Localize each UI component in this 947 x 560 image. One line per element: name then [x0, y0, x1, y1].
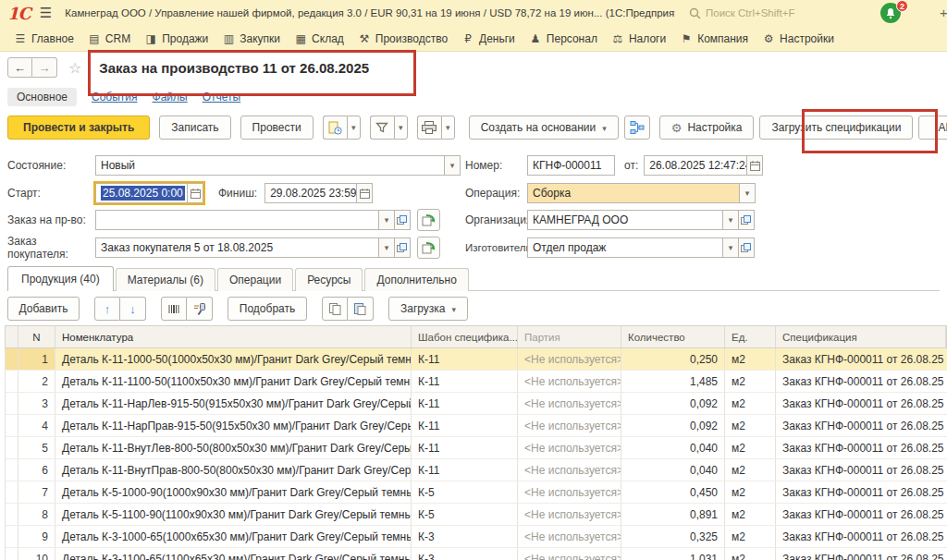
cell-ed[interactable]: м2 [725, 415, 776, 436]
production-order-combo[interactable] [95, 210, 411, 230]
move-down-icon[interactable] [120, 297, 146, 321]
cell-ed[interactable]: м2 [725, 504, 776, 525]
column-header-nomenklatura[interactable]: Номенклатура [55, 326, 412, 347]
cell-spetsifikatsiya[interactable]: Заказ КГНФ-000011 от 26.08.25 | Дет [776, 348, 947, 370]
save-button[interactable]: Записать [159, 116, 230, 140]
dropdown-arrow-icon[interactable] [723, 210, 739, 230]
start-date-field[interactable]: 25.08.2025 0:00 [95, 183, 203, 203]
tab-produktsiya[interactable]: Продукция (40) [7, 266, 114, 291]
cell-partiya[interactable]: <Не используется> [518, 526, 621, 547]
cell-nomenklatura[interactable]: Деталь К-11-1100-50(1100х50х30 мм)/Грани… [55, 371, 412, 392]
scanner-icon[interactable] [187, 297, 213, 321]
cell-spetsifikatsiya[interactable]: Заказ КГНФ-000011 от 26.08.25 | Дет [776, 548, 947, 560]
cell-kolichestvo[interactable]: 0,040 [621, 437, 725, 458]
cell-ed[interactable]: м2 [725, 437, 776, 458]
dropdown-arrow-icon[interactable] [723, 237, 739, 258]
post-and-close-button[interactable]: Провести и закрыть [7, 116, 150, 140]
posting-split-button[interactable] [323, 116, 361, 140]
cell-shablon[interactable]: К-3 [412, 548, 518, 560]
table-row[interactable]: 8 Деталь К-5-1100-90(1100х90х30 мм)/Гран… [5, 504, 947, 526]
cell-nomenklatura[interactable]: Деталь К-11-ВнутПрав-800-50(800х50х30 мм… [55, 459, 412, 481]
column-header-n[interactable]: N [18, 326, 55, 347]
cell-nomenklatura[interactable]: Деталь К-11-ВнутЛев-800-50(800х50х30 мм)… [55, 437, 412, 458]
cell-ed[interactable]: м2 [725, 393, 776, 414]
dropdown-arrow-icon[interactable] [379, 210, 395, 230]
menu-item-dengi[interactable]: ₽Деньги [461, 32, 515, 45]
open-icon[interactable] [395, 210, 411, 230]
pick-items-button[interactable]: Подобрать [228, 297, 307, 321]
create-based-on-button[interactable]: Создать на основании [469, 116, 619, 140]
nav-link-sobytiya[interactable]: События [92, 91, 138, 103]
cell-ed[interactable]: м2 [725, 481, 776, 503]
table-row[interactable]: 5 Деталь К-11-ВнутЛев-800-50(800х50х30 м… [5, 437, 947, 459]
cell-ed[interactable]: м2 [725, 371, 776, 392]
cell-partiya[interactable]: <Не используется> [518, 393, 621, 414]
apm-technolog-button[interactable]: АРМ Технолога [918, 116, 947, 140]
doc-date-field[interactable]: 26.08.2025 12:47:24 [644, 155, 763, 176]
copy-rows-icon[interactable] [322, 297, 348, 321]
calendar-icon[interactable] [357, 183, 373, 203]
cell-shablon[interactable]: К-11 [412, 415, 518, 436]
cell-kolichestvo[interactable]: 0,450 [621, 481, 725, 503]
table-row[interactable]: 4 Деталь К-11-НарПрав-915-50(915х50х30 м… [5, 415, 947, 437]
dropdown-arrow-icon[interactable] [441, 116, 455, 140]
cell-nomenklatura[interactable]: Деталь К-5-1100-90(1100х90х30 мм)/Гранит… [55, 504, 412, 525]
nav-tab-osnovnoe[interactable]: Основное [7, 88, 77, 106]
notifications-button[interactable]: 2 [880, 3, 904, 24]
print-split-button[interactable] [417, 116, 455, 140]
cell-partiya[interactable]: <Не используется> [518, 348, 621, 370]
tab-operatsii[interactable]: Операции [217, 268, 293, 291]
cell-ed[interactable]: м2 [725, 548, 776, 560]
operation-combo[interactable]: Сборка [527, 183, 756, 203]
table-row[interactable]: 3 Деталь К-11-НарЛев-915-50(915х50х30 мм… [5, 393, 947, 415]
settings-button[interactable]: Настройка [659, 116, 755, 140]
cell-kolichestvo[interactable]: 0,092 [621, 393, 725, 414]
cell-shablon[interactable]: К-5 [412, 504, 518, 525]
cell-partiya[interactable]: <Не используется> [518, 481, 621, 503]
structure-button[interactable] [624, 116, 650, 140]
back-button[interactable] [7, 57, 32, 78]
cell-shablon[interactable]: К-11 [412, 459, 518, 481]
cell-partiya[interactable]: <Не используется> [518, 504, 621, 525]
cell-spetsifikatsiya[interactable]: Заказ КГНФ-000011 от 26.08.25 | Дет [776, 393, 947, 414]
cell-partiya[interactable]: <Не используется> [518, 415, 621, 436]
cell-kolichestvo[interactable]: 0,250 [621, 348, 725, 370]
cell-nomenklatura[interactable]: Деталь К-11-1000-50(1000х50х30 мм)/Грани… [55, 348, 412, 370]
cell-n[interactable]: 3 [18, 393, 55, 414]
customer-order-combo[interactable]: Заказ покупателя 5 от 18.08.2025 [95, 237, 411, 258]
table-row[interactable]: 10 Деталь К-3-1100-65(1100х65х30 мм)/Гра… [5, 548, 947, 560]
cell-spetsifikatsiya[interactable]: Заказ КГНФ-000011 от 26.08.25 | Дет [776, 481, 947, 503]
menu-item-crm[interactable]: ▤CRM [88, 32, 130, 45]
cell-spetsifikatsiya[interactable]: Заказ КГНФ-000011 от 26.08.25 | Дет [776, 459, 947, 481]
forward-button[interactable] [32, 57, 57, 78]
menu-item-prodazhi[interactable]: ◨Продажи [144, 32, 208, 45]
barcode-icon[interactable] [161, 297, 187, 321]
cell-shablon[interactable]: К-11 [412, 393, 518, 414]
cell-spetsifikatsiya[interactable]: Заказ КГНФ-000011 от 26.08.25 | Дет [776, 371, 947, 392]
table-row[interactable]: 9 Деталь К-3-1000-65(1000х65х30 мм)/Гран… [5, 526, 947, 548]
dropdown-arrow-icon[interactable] [394, 116, 408, 140]
nav-link-otchety[interactable]: Отчеты [203, 91, 240, 103]
menu-item-glavnoe[interactable]: ☰Главное [14, 32, 74, 45]
cell-spetsifikatsiya[interactable]: Заказ КГНФ-000011 от 26.08.25 | Дет [776, 415, 947, 436]
cell-nomenklatura[interactable]: Деталь К-3-1000-65(1000х65х30 мм)/Гранит… [55, 526, 412, 547]
cell-spetsifikatsiya[interactable]: Заказ КГНФ-000011 от 26.08.25 | Дет [776, 504, 947, 525]
calendar-icon[interactable] [747, 155, 763, 176]
menu-icon[interactable]: ☰ [40, 5, 52, 21]
cell-shablon[interactable]: К-11 [412, 437, 518, 458]
tab-dopolnitelno[interactable]: Дополнительно [364, 268, 468, 291]
table-row[interactable]: 1 Деталь К-11-1000-50(1000х50х30 мм)/Гра… [5, 348, 947, 371]
table-row[interactable]: 6 Деталь К-11-ВнутПрав-800-50(800х50х30 … [5, 459, 947, 481]
cell-shablon[interactable]: К-11 [412, 348, 518, 370]
cell-partiya[interactable]: <Не используется> [518, 437, 621, 458]
favorite-star-icon[interactable] [68, 59, 81, 77]
manufacturer-combo[interactable]: Отдел продаж [527, 237, 755, 258]
cell-shablon[interactable]: К-5 [412, 481, 518, 503]
column-header-spetsifikatsiya[interactable]: Спецификация [776, 326, 946, 347]
table-row[interactable]: 7 Деталь К-5-1000-90(1000х90х30 мм)/Гран… [5, 481, 947, 504]
paste-rows-icon[interactable] [348, 297, 374, 321]
cell-n[interactable]: 1 [18, 348, 55, 370]
table-row[interactable]: 2 Деталь К-11-1100-50(1100х50х30 мм)/Гра… [5, 371, 947, 393]
load-button[interactable]: Загрузка [388, 297, 468, 321]
cell-shablon[interactable]: К-3 [412, 526, 518, 547]
